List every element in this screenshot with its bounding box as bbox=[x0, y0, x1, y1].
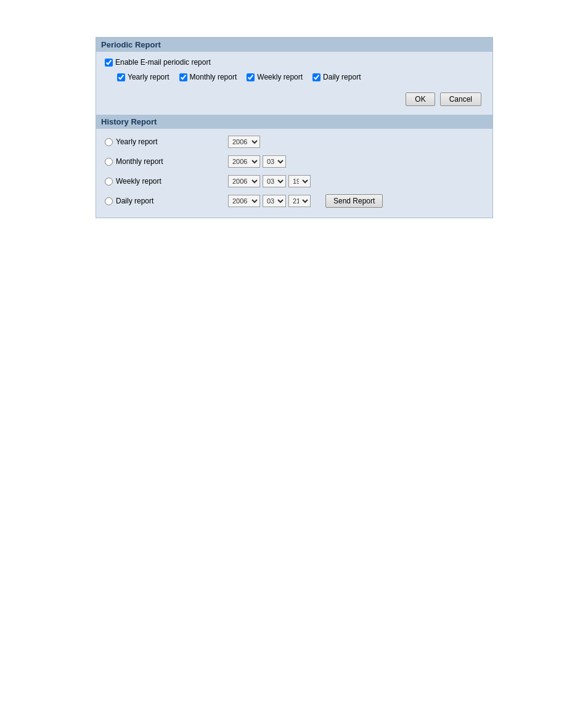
monthly-month-select[interactable]: 0102030405 0607080910 1112 bbox=[263, 155, 286, 168]
weekly-day-select[interactable]: 0102030405 0607080910 1112131415 1617181… bbox=[288, 175, 311, 187]
weekly-checkbox[interactable] bbox=[247, 73, 255, 81]
history-weekly-radio[interactable] bbox=[105, 178, 113, 186]
monthly-checkbox-item[interactable]: Monthly report bbox=[179, 73, 237, 81]
enable-email-checkbox[interactable] bbox=[105, 59, 113, 67]
weekly-label: Weekly report bbox=[257, 73, 303, 81]
ok-button[interactable]: OK bbox=[406, 92, 435, 106]
history-yearly-label[interactable]: Yearly report bbox=[105, 137, 228, 146]
history-weekly-label[interactable]: Weekly report bbox=[105, 177, 228, 186]
monthly-label: Monthly report bbox=[190, 73, 237, 81]
yearly-checkbox[interactable] bbox=[117, 73, 125, 81]
history-yearly-text: Yearly report bbox=[116, 137, 158, 146]
weekly-year-select[interactable]: 20042005200620072008 bbox=[228, 175, 260, 187]
history-daily-radio[interactable] bbox=[105, 197, 113, 205]
history-yearly-row: Yearly report 20042005200620072008 bbox=[105, 134, 484, 150]
monthly-year-select[interactable]: 20042005200620072008 bbox=[228, 155, 260, 168]
daily-year-select[interactable]: 20042005200620072008 bbox=[228, 195, 260, 207]
history-daily-label[interactable]: Daily report bbox=[105, 197, 228, 205]
history-weekly-text: Weekly report bbox=[116, 177, 161, 186]
periodic-report-header: Periodic Report bbox=[96, 38, 492, 52]
history-monthly-label[interactable]: Monthly report bbox=[105, 157, 228, 166]
history-weekly-row: Weekly report 20042005200620072008 01020… bbox=[105, 173, 484, 189]
yearly-checkbox-item[interactable]: Yearly report bbox=[117, 73, 169, 81]
enable-email-text: Enable E-mail periodic report bbox=[115, 58, 211, 67]
daily-checkbox-item[interactable]: Daily report bbox=[312, 73, 361, 81]
history-monthly-row: Monthly report 20042005200620072008 0102… bbox=[105, 153, 484, 170]
yearly-year-select[interactable]: 20042005200620072008 bbox=[228, 136, 260, 148]
weekly-month-select[interactable]: 0102030405 0607080910 1112 bbox=[263, 175, 286, 187]
history-daily-row: Daily report 20042005200620072008 010203… bbox=[105, 193, 484, 209]
daily-label: Daily report bbox=[323, 73, 361, 81]
monthly-checkbox[interactable] bbox=[179, 73, 187, 81]
history-monthly-radio[interactable] bbox=[105, 158, 113, 166]
history-daily-text: Daily report bbox=[116, 197, 153, 205]
history-report-header: History Report bbox=[96, 115, 492, 129]
enable-email-label[interactable]: Enable E-mail periodic report bbox=[105, 58, 211, 67]
history-yearly-radio[interactable] bbox=[105, 138, 113, 146]
send-report-button[interactable]: Send Report bbox=[325, 194, 383, 208]
yearly-label: Yearly report bbox=[128, 73, 169, 81]
daily-month-select[interactable]: 0102030405 0607080910 1112 bbox=[263, 195, 286, 207]
weekly-checkbox-item[interactable]: Weekly report bbox=[247, 73, 303, 81]
daily-day-select[interactable]: 0102030405 0607080910 1112131415 1617181… bbox=[288, 195, 311, 207]
daily-checkbox[interactable] bbox=[312, 73, 321, 81]
cancel-button[interactable]: Cancel bbox=[440, 92, 481, 106]
history-monthly-text: Monthly report bbox=[116, 157, 163, 166]
